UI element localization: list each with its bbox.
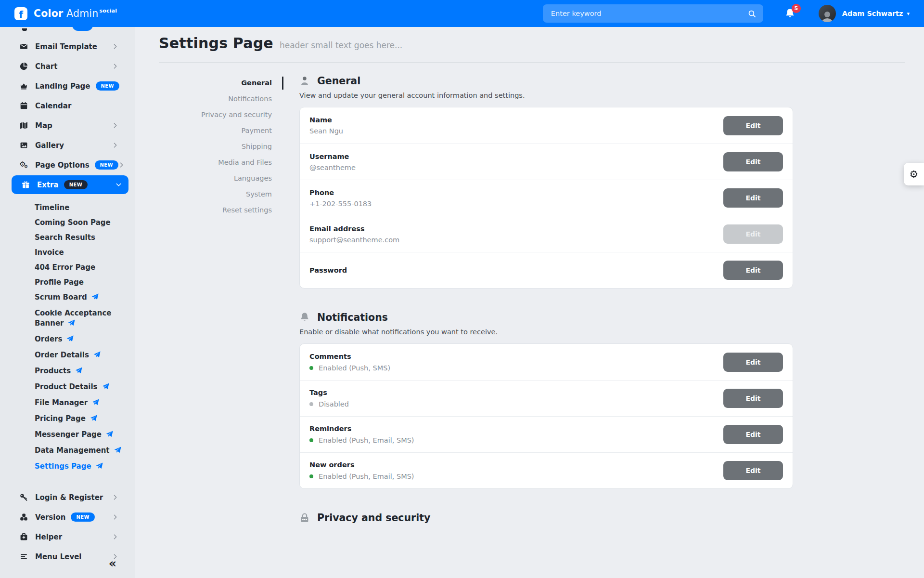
submenu-item-search-results[interactable]: Search Results <box>0 230 122 245</box>
settings-row-value: @seantheme <box>309 164 356 171</box>
avatar[interactable] <box>819 5 836 22</box>
submenu-item-profile-page[interactable]: Profile Page <box>0 275 122 290</box>
settings-nav: GeneralNotificationsPrivacy and security… <box>159 75 284 524</box>
settings-row-status: Enabled (Push, Email, SMS) <box>309 473 414 480</box>
sidebar-item-login-register[interactable]: Login & Register <box>0 487 135 507</box>
chevron-right-icon <box>112 43 118 50</box>
submenu-item-label: Search Results <box>35 233 95 242</box>
sidebar: Email TemplateChartLanding PageNEWCalend… <box>0 27 135 578</box>
user-name[interactable]: Adam Schwartz <box>842 10 903 17</box>
settings-row-text: CommentsEnabled (Push, SMS) <box>309 353 390 372</box>
settings-row: NameSean NguEdit <box>300 107 793 144</box>
submenu-item-label: Products <box>35 367 71 375</box>
notifications-button[interactable]: 5 <box>784 8 796 19</box>
submenu-item-products[interactable]: Products <box>0 364 122 380</box>
settings-nav-item-payment[interactable]: Payment <box>159 123 272 139</box>
settings-nav-item-general[interactable]: General <box>159 75 272 91</box>
submenu-item-product-details[interactable]: Product Details <box>0 380 122 395</box>
submenu-item-label: Timeline <box>35 203 69 212</box>
submenu-item-404-error-page[interactable]: 404 Error Page <box>0 260 122 275</box>
sidebar-item-extra[interactable]: ExtraNEW <box>12 175 128 194</box>
chevron-down-icon <box>116 182 122 188</box>
settings-nav-item-system[interactable]: System <box>159 186 272 202</box>
submenu-item-label: Coming Soon Page <box>35 218 111 227</box>
sidebar-submenu: TimelineComing Soon PageSearch ResultsIn… <box>0 195 135 481</box>
submenu-item-cookie-acceptance-banner[interactable]: Cookie Acceptance Banner <box>0 306 122 332</box>
sidebar-item-version[interactable]: VersionNEW <box>0 507 135 527</box>
settings-nav-item-media-and-files[interactable]: Media and Files <box>159 155 272 171</box>
status-text: Enabled (Push, SMS) <box>319 364 390 372</box>
sidebar-item-label: Gallery <box>35 141 64 150</box>
pie-chart-icon <box>19 62 28 70</box>
sidebar-item-email-template[interactable]: Email Template <box>0 37 135 56</box>
page-subtitle: header small text goes here... <box>280 40 402 50</box>
settings-row-label: Comments <box>309 353 390 360</box>
settings-row-label: New orders <box>309 461 414 469</box>
submenu-item-messenger-page[interactable]: Messenger Page <box>0 427 122 443</box>
sidebar-item-label: Menu Level <box>35 552 82 561</box>
submenu-item-label: Messenger Page <box>35 430 102 439</box>
sidebar-menu-bottom: Login & RegisterVersionNEWHelperMenu Lev… <box>0 487 135 566</box>
plane-icon <box>106 431 113 441</box>
sidebar-item-label: Login & Register <box>35 493 103 502</box>
settings-row-text: Password <box>309 266 347 274</box>
sidebar-menu: Email TemplateChartLanding PageNEWCalend… <box>0 37 135 481</box>
brand-superscript: social <box>99 8 117 14</box>
submenu-item-settings-page[interactable]: Settings Page <box>0 459 122 475</box>
chevron-right-icon <box>112 122 118 129</box>
search-input[interactable] <box>550 9 748 18</box>
brand-logo[interactable]: f Color Adminsocial <box>14 7 117 20</box>
sidebar-item-calendar[interactable]: Calendar <box>0 96 135 116</box>
submenu-item-pricing-page[interactable]: Pricing Page <box>0 411 122 427</box>
sidebar-item-page-options[interactable]: ⚙⚙Page OptionsNEW <box>0 155 135 175</box>
lock-icon <box>299 512 310 523</box>
settings-row-status: Enabled (Push, Email, SMS) <box>309 436 414 444</box>
chevron-right-icon <box>112 142 118 148</box>
sidebar-item-chart[interactable]: Chart <box>0 56 135 76</box>
edit-button[interactable]: Edit <box>723 389 783 408</box>
status-dot <box>309 366 313 370</box>
submenu-item-file-manager[interactable]: File Manager <box>0 395 122 411</box>
sidebar-item-label: Calendar <box>35 102 71 110</box>
edit-button[interactable]: Edit <box>723 116 783 135</box>
chevron-right-icon <box>112 534 118 540</box>
settings-nav-item-privacy-and-security[interactable]: Privacy and security <box>159 107 272 123</box>
plane-icon <box>102 383 109 393</box>
sidebar-item-landing-page[interactable]: Landing PageNEW <box>0 76 135 96</box>
sidebar-item-helper[interactable]: Helper <box>0 527 135 547</box>
sidebar-collapse-button[interactable]: « <box>109 557 116 569</box>
plane-icon <box>93 351 101 361</box>
section-description: View and update your general account inf… <box>299 92 793 99</box>
submenu-item-order-details[interactable]: Order Details <box>0 348 122 364</box>
medical-case-icon <box>19 533 28 541</box>
submenu-item-invoice[interactable]: Invoice <box>0 245 122 260</box>
settings-content: General View and update your general acc… <box>299 75 793 524</box>
submenu-item-orders[interactable]: Orders <box>0 332 122 348</box>
settings-nav-item-shipping[interactable]: Shipping <box>159 139 272 155</box>
settings-row: Phone+1-202-555-0183Edit <box>300 180 793 216</box>
chevron-down-icon[interactable]: ▾ <box>907 11 910 17</box>
edit-button[interactable]: Edit <box>723 461 783 480</box>
header-right: 5 Adam Schwartz ▾ <box>543 4 910 23</box>
edit-button[interactable]: Edit <box>723 261 783 280</box>
settings-nav-item-reset-settings[interactable]: Reset settings <box>159 202 272 218</box>
plane-icon <box>114 447 121 457</box>
edit-button[interactable]: Edit <box>723 152 783 171</box>
edit-button[interactable]: Edit <box>723 425 783 444</box>
search-box[interactable] <box>543 4 763 23</box>
edit-button[interactable]: Edit <box>723 188 783 208</box>
status-dot <box>309 402 313 406</box>
edit-button[interactable]: Edit <box>723 353 783 372</box>
sidebar-item-map[interactable]: Map <box>0 116 135 135</box>
settings-nav-item-notifications[interactable]: Notifications <box>159 91 272 107</box>
new-badge: NEW <box>71 512 94 522</box>
settings-nav-item-languages[interactable]: Languages <box>159 171 272 186</box>
submenu-item-coming-soon-page[interactable]: Coming Soon Page <box>0 215 122 230</box>
theme-settings-button[interactable]: ⚙ <box>904 163 924 185</box>
settings-row-label: Reminders <box>309 425 414 433</box>
submenu-item-timeline[interactable]: Timeline <box>0 200 122 215</box>
submenu-item-data-management[interactable]: Data Management <box>0 443 122 459</box>
submenu-item-scrum-board[interactable]: Scrum Board <box>0 290 122 306</box>
sidebar-item-gallery[interactable]: Gallery <box>0 135 135 155</box>
plane-icon <box>96 462 103 473</box>
